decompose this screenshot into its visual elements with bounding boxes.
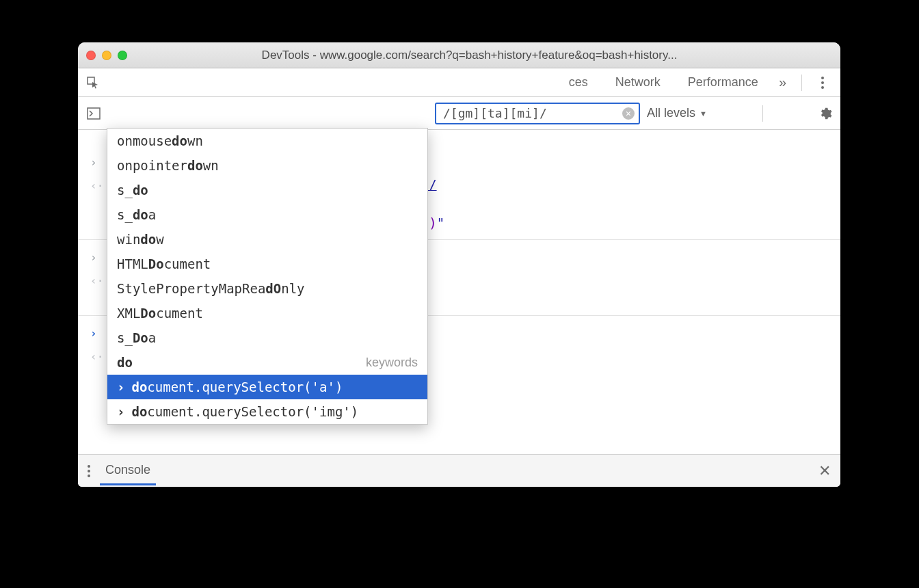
return-arrow-icon: ‹· (90, 175, 108, 196)
autocomplete-item-label: XMLDocument (117, 303, 203, 323)
autocomplete-item[interactable]: s_do (107, 178, 427, 202)
autocomplete-item-label: window (117, 229, 164, 250)
log-levels-dropdown[interactable]: All levels ▼ (647, 106, 707, 120)
autocomplete-item-label: s_doa (117, 204, 156, 225)
zoom-window-button[interactable] (118, 51, 127, 60)
traffic-lights (86, 51, 127, 60)
history-chevron-icon: › (117, 401, 124, 422)
close-window-button[interactable] (86, 51, 96, 60)
panel-tabs: ces Network Performance (569, 75, 758, 90)
tab-network[interactable]: Network (615, 75, 661, 90)
autocomplete-item[interactable]: s_doa (107, 202, 427, 227)
autocomplete-item[interactable]: onmousedown (107, 129, 427, 153)
autocomplete-item-label: s_do (117, 180, 148, 200)
autocomplete-hint: keywords (366, 352, 418, 373)
autocomplete-item-label: HTMLDocument (117, 254, 211, 274)
autocomplete-item-label: s_Doa (117, 328, 156, 348)
more-tabs-button[interactable]: » (779, 75, 786, 90)
autocomplete-history-item[interactable]: ›document.querySelector('img') (107, 399, 427, 424)
autocomplete-item[interactable]: XMLDocument (107, 301, 427, 325)
console-settings-icon[interactable] (818, 107, 832, 120)
autocomplete-history-item[interactable]: ›document.querySelector('a') (107, 375, 427, 399)
autocomplete-item[interactable]: dokeywords (107, 350, 427, 375)
autocomplete-item-label: StylePropertyMapReadOnly (117, 278, 305, 299)
history-chevron-icon: › (117, 377, 124, 397)
autocomplete-item-label: document.querySelector('img') (131, 401, 358, 422)
autocomplete-item[interactable]: s_Doa (107, 325, 427, 350)
autocomplete-dropdown: onmousedownonpointerdowns_dos_doawindowH… (107, 128, 428, 425)
window-title: DevTools - www.google.com/search?q=bash+… (134, 49, 832, 62)
autocomplete-item[interactable]: onpointerdown (107, 153, 427, 178)
autocomplete-item[interactable]: HTMLDocument (107, 252, 427, 276)
separator (801, 75, 802, 91)
expand-icon[interactable]: › (90, 152, 108, 172)
tab-performance[interactable]: Performance (688, 75, 758, 90)
titlebar: DevTools - www.google.com/search?q=bash+… (78, 42, 840, 68)
separator (762, 105, 763, 122)
autocomplete-item-label: onpointerdown (117, 155, 219, 176)
prompt-chevron-icon: › (90, 323, 108, 343)
filter-input[interactable]: /[gm][ta][mi]/ ✕ (435, 103, 640, 124)
console-toolbar: /[gm][ta][mi]/ ✕ All levels ▼ (78, 97, 840, 130)
close-drawer-icon[interactable]: ✕ (818, 462, 831, 480)
autocomplete-item[interactable]: StylePropertyMapReadOnly (107, 276, 427, 301)
expand-icon[interactable]: › (90, 247, 108, 267)
autocomplete-item-label: document.querySelector('a') (131, 377, 343, 397)
tab-sources-partial[interactable]: ces (569, 75, 588, 90)
drawer: Console ✕ (78, 454, 840, 487)
clear-filter-icon[interactable]: ✕ (622, 107, 635, 120)
log-levels-label: All levels (647, 106, 695, 120)
autocomplete-item[interactable]: window (107, 227, 427, 252)
drawer-menu-icon[interactable] (88, 465, 90, 477)
minimize-window-button[interactable] (102, 51, 111, 60)
devtools-window: DevTools - www.google.com/search?q=bash+… (78, 42, 840, 487)
return-arrow-icon: ‹· (90, 346, 108, 366)
console-body: onmousedownonpointerdowns_dos_doawindowH… (78, 130, 840, 454)
filter-input-value: /[gm][ta][mi]/ (443, 106, 618, 120)
toggle-console-sidebar-icon[interactable] (86, 106, 101, 121)
drawer-tab-console[interactable]: Console (100, 456, 156, 485)
settings-menu-icon[interactable] (816, 77, 829, 89)
inspect-element-icon[interactable] (85, 76, 101, 90)
svg-rect-1 (88, 108, 100, 119)
panel-tabs-row: ces Network Performance » (78, 68, 840, 97)
return-arrow-icon: ‹· (90, 270, 108, 291)
autocomplete-item-label: do (117, 352, 133, 373)
autocomplete-item-label: onmousedown (117, 131, 203, 151)
chevron-down-icon: ▼ (700, 109, 707, 118)
